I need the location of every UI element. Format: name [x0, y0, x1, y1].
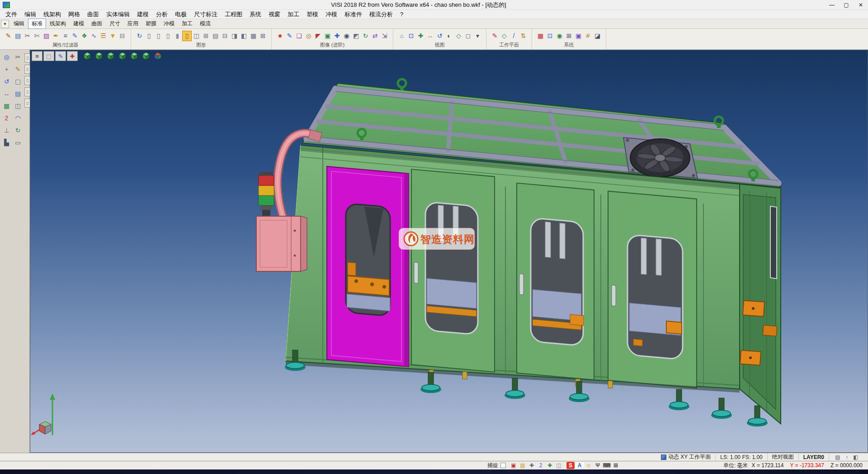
ime-emoji-icon[interactable]: ☺: [585, 462, 593, 469]
edit-attributes-icon[interactable]: ✎: [70, 31, 80, 41]
ime-mic-icon[interactable]: Ψ: [594, 462, 602, 469]
工程图[interactable]: 工程图: [221, 9, 246, 19]
编辑[interactable]: 编辑: [10, 19, 28, 29]
sketch-icon[interactable]: ✎: [13, 64, 23, 75]
grid-settings-icon[interactable]: #: [583, 31, 593, 41]
模流[interactable]: 模流: [196, 19, 214, 29]
status-green-icon[interactable]: ✚: [546, 462, 554, 469]
image-target-icon[interactable]: ◎: [304, 31, 313, 41]
status-up-icon[interactable]: ↑: [843, 454, 851, 461]
zoom-all-icon[interactable]: ⌂: [397, 31, 406, 41]
color-palette-icon[interactable]: ▨: [42, 31, 51, 41]
pen-style-icon[interactable]: ✒: [51, 31, 61, 41]
globe-icon[interactable]: ◉: [555, 31, 564, 41]
ime-keyboard-icon[interactable]: ⌨: [603, 462, 611, 469]
blank-view-icon[interactable]: ▢: [43, 51, 54, 61]
layer-filter-icon[interactable]: ❖: [80, 31, 89, 41]
view-cube-iso-3[interactable]: [105, 51, 116, 61]
view-cube-iso-1[interactable]: [82, 51, 93, 61]
view-cube-iso-2[interactable]: [94, 51, 104, 61]
iso-view-icon[interactable]: ◇: [454, 31, 463, 41]
electrical-box[interactable]: [256, 216, 307, 271]
加工[interactable]: 加工: [284, 9, 303, 19]
文件[interactable]: 文件: [2, 9, 21, 19]
编辑[interactable]: 编辑: [21, 9, 40, 19]
front-view-icon[interactable]: ◻: [463, 31, 473, 41]
加工[interactable]: 加工: [178, 19, 196, 29]
snap-point-icon[interactable]: +: [1, 64, 12, 75]
image-box-icon[interactable]: ▣: [323, 31, 332, 41]
cooling-fan[interactable]: [623, 137, 698, 178]
image-flag-icon[interactable]: ◤: [313, 31, 323, 41]
view-cube-iso-5[interactable]: [129, 51, 140, 61]
线架构[interactable]: 线架构: [46, 19, 70, 29]
grid-shade-icon[interactable]: ▦: [249, 31, 258, 41]
尺寸[interactable]: 尺寸: [106, 19, 124, 29]
two-tool-icon[interactable]: 2: [1, 113, 12, 123]
塑膜[interactable]: 塑膜: [142, 19, 160, 29]
shaded-icon[interactable]: ▤: [211, 31, 220, 41]
image-export-icon[interactable]: ⇲: [380, 31, 389, 41]
workplane-edit-icon[interactable]: ✎: [490, 31, 500, 41]
zoom-window-icon[interactable]: ⊡: [406, 31, 416, 41]
实体编辑[interactable]: 实体编辑: [103, 9, 133, 19]
建模[interactable]: 建模: [133, 9, 152, 19]
系统[interactable]: 系统: [246, 9, 265, 19]
workplane-indicator[interactable]: 动态 XY 工作平面: [656, 453, 715, 461]
image-mirror-icon[interactable]: ⇄: [370, 31, 380, 41]
panel-tool-icon[interactable]: ◫: [13, 100, 23, 111]
sketch-view-icon[interactable]: ✎: [55, 51, 66, 61]
table-icon[interactable]: ⊞: [564, 31, 574, 41]
rendered-icon[interactable]: ⊟: [220, 31, 230, 41]
door-4[interactable]: [608, 191, 697, 388]
curve-filter-icon[interactable]: ∿: [89, 31, 99, 41]
image-new-icon[interactable]: ★: [275, 31, 285, 41]
?[interactable]: ?: [396, 10, 407, 19]
view-cube-iso-4[interactable]: [117, 51, 128, 61]
status-msg-icon[interactable]: ◧: [852, 454, 860, 461]
网格[interactable]: 网格: [65, 9, 84, 19]
image-lens-icon[interactable]: ◉: [342, 31, 351, 41]
标准[interactable]: 标准: [28, 19, 46, 29]
建模[interactable]: 建模: [70, 19, 88, 29]
magenta-door[interactable]: [327, 166, 409, 367]
properties-page-icon[interactable]: ▤: [13, 31, 23, 41]
3d-viewport[interactable]: ≡▢✎✚: [30, 50, 868, 453]
active-layer[interactable]: LAYER0: [798, 454, 829, 460]
image-layers-icon[interactable]: ❏: [294, 31, 304, 41]
move-tool-icon[interactable]: ↔: [1, 88, 12, 99]
shade-mode-2-icon[interactable]: ▯: [154, 31, 163, 41]
funnel-filter-icon[interactable]: ▼: [108, 31, 118, 41]
shade-mode-4-icon[interactable]: ▮: [173, 31, 182, 41]
mask-filter-icon[interactable]: ⊟: [118, 31, 127, 41]
电极[interactable]: 电极: [171, 9, 190, 19]
snapshot-icon[interactable]: ▣: [574, 31, 583, 41]
minimize-button[interactable]: —: [825, 0, 839, 9]
x-shade-icon[interactable]: ⊠: [258, 31, 268, 41]
status-yellow-tool-icon[interactable]: ▤: [519, 462, 527, 469]
mesh-tool-icon[interactable]: ▦: [1, 100, 12, 111]
snap-checkbox[interactable]: [500, 463, 506, 468]
close-button[interactable]: ✕: [854, 0, 868, 9]
模流分析[interactable]: 模流分析: [366, 9, 396, 19]
冲模[interactable]: 冲模: [322, 9, 341, 19]
layers-tool-icon[interactable]: ▤: [13, 88, 23, 99]
attributes-pencil-icon[interactable]: ✎: [4, 31, 13, 41]
pan-view-icon[interactable]: ↔: [425, 31, 435, 41]
previous-view-icon[interactable]: ◐: [444, 31, 454, 41]
sogou-logo-icon[interactable]: S: [566, 462, 575, 469]
color-grid-icon[interactable]: ▦: [536, 31, 545, 41]
hidden-line-icon[interactable]: ⊞: [201, 31, 211, 41]
image-split-icon[interactable]: ◩: [351, 31, 361, 41]
regen-icon[interactable]: ↻: [135, 31, 144, 41]
machine-3d-model[interactable]: 智造资料网 Z: [30, 50, 868, 453]
maximize-button[interactable]: ▢: [839, 0, 854, 9]
named-view-icon[interactable]: ▾: [473, 31, 482, 41]
door-3[interactable]: [517, 183, 594, 380]
ime-toolbox-icon[interactable]: ⊞: [612, 462, 620, 469]
display-list-icon[interactable]: ≡: [32, 51, 42, 61]
view-cube-colored[interactable]: [152, 51, 163, 61]
measure-tool-icon[interactable]: ⊥: [1, 125, 12, 136]
section-shade-icon[interactable]: ◧: [239, 31, 249, 41]
cut-attributes-icon[interactable]: ✄: [32, 31, 42, 41]
